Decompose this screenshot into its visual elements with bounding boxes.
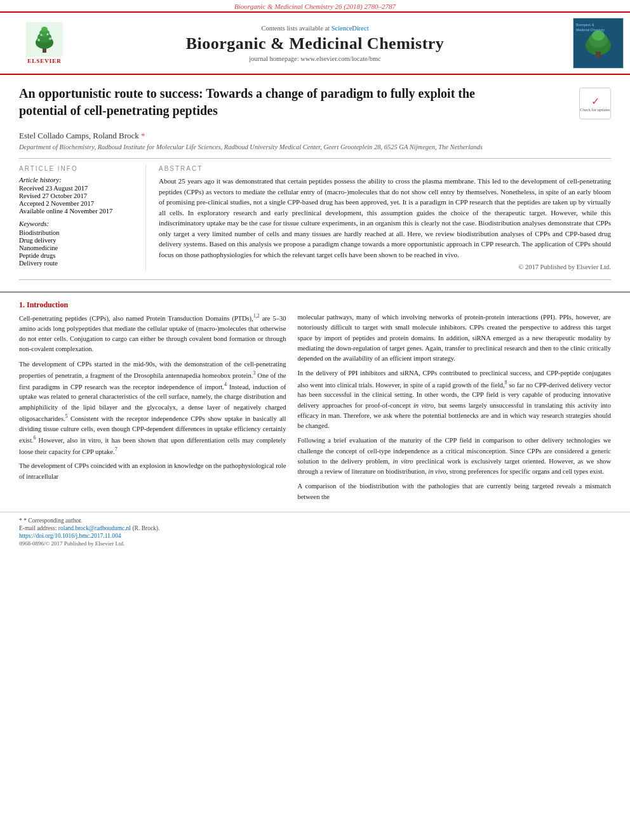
body-section: 1. Introduction Cell-penetrating peptide…: [0, 291, 630, 507]
svg-point-13: [592, 30, 605, 41]
abstract-column: ABSTRACT About 25 years ago it was demon…: [159, 165, 611, 270]
homepage-line: journal homepage: www.elsevier.com/locat…: [83, 55, 547, 62]
accepted-date: Accepted 2 November 2017: [19, 200, 138, 207]
divider-1: [19, 158, 611, 159]
abstract-text: About 25 years ago it was demonstrated t…: [159, 176, 611, 260]
corresponding-star: *: [19, 517, 22, 524]
abstract-heading: ABSTRACT: [159, 165, 611, 172]
svg-point-8: [41, 34, 43, 36]
journal-header: ELSEVIER Contents lists available at Sci…: [0, 11, 630, 75]
body-para-r2: In the delivery of PPI inhibitors and si…: [297, 368, 611, 431]
svg-point-7: [49, 37, 51, 40]
elsevier-brand-text: ELSEVIER: [27, 58, 62, 64]
email-link[interactable]: roland.brock@radboudumc.nl: [58, 525, 131, 531]
history-heading: Article history:: [19, 176, 138, 183]
journal-thumbnail-area: Bioorganic & Medicinal Chemistry: [547, 18, 624, 69]
keyword-1: Biodistribution: [19, 229, 138, 236]
keyword-3: Nanomedicine: [19, 244, 138, 251]
svg-rect-14: [596, 51, 601, 58]
svg-text:Bioorganic &: Bioorganic &: [576, 23, 594, 27]
authors-text: Estel Collado Camps, Roland Brock: [19, 131, 139, 140]
keywords-heading: Keywords:: [19, 220, 138, 227]
check-icon: ✓: [591, 95, 600, 107]
svg-point-6: [37, 39, 40, 41]
cover-image-icon: Bioorganic & Medicinal Chemistry: [573, 18, 623, 68]
received-date: Received 23 August 2017: [19, 185, 138, 192]
svg-point-5: [41, 27, 48, 32]
svg-text:Medicinal Chemistry: Medicinal Chemistry: [576, 28, 605, 32]
copyright-text: © 2017 Published by Elsevier Ltd.: [159, 263, 611, 270]
email-label: E-mail address:: [19, 525, 57, 531]
body-two-column: Cell-penetrating peptides (CPPs), also n…: [19, 312, 611, 507]
elsevier-tree-icon: [26, 22, 63, 57]
divider-2: [19, 279, 611, 280]
elsevier-logo-area: ELSEVIER: [6, 22, 83, 64]
doi-link-line: https://doi.org/10.1016/j.bmc.2017.11.00…: [19, 533, 611, 539]
keyword-2: Drug delivery: [19, 237, 138, 244]
article-section: An opportunistic route to success: Towar…: [0, 75, 630, 291]
contents-line: Contents lists available at ScienceDirec…: [83, 25, 547, 32]
body-para-3: The development of CPPs coincided with a…: [19, 461, 286, 482]
author-asterisk: *: [139, 131, 145, 140]
body-para-r4: A comparison of the biodistribution with…: [297, 481, 611, 502]
body-para-2: The development of CPPs started in the m…: [19, 359, 286, 457]
journal-title-area: Contents lists available at ScienceDirec…: [83, 25, 547, 62]
contents-text: Contents lists available at: [261, 25, 330, 32]
journal-citation-bar: Bioorganic & Medicinal Chemistry 26 (201…: [0, 0, 630, 11]
article-info-column: ARTICLE INFO Article history: Received 2…: [19, 165, 146, 270]
journal-citation-text: Bioorganic & Medicinal Chemistry 26 (201…: [234, 3, 396, 10]
article-title: An opportunistic route to success: Towar…: [19, 85, 481, 119]
journal-cover-thumbnail: Bioorganic & Medicinal Chemistry: [573, 18, 624, 69]
doi-link[interactable]: https://doi.org/10.1016/j.bmc.2017.11.00…: [19, 533, 121, 539]
body-right-column: molecular pathways, many of which involv…: [297, 312, 611, 507]
corresponding-label: * Corresponding author.: [23, 517, 82, 524]
body-para-r1: molecular pathways, many of which involv…: [297, 312, 611, 364]
elsevier-logo: ELSEVIER: [6, 22, 83, 64]
email-line: E-mail address: roland.brock@radboudumc.…: [19, 525, 611, 531]
badge-label: Check for updates: [580, 107, 610, 112]
body-para-1: Cell-penetrating peptides (CPPs), also n…: [19, 312, 286, 355]
science-direct-link[interactable]: ScienceDirect: [332, 25, 369, 32]
body-para-r3: Following a brief evaluation of the matu…: [297, 436, 611, 477]
check-for-updates-badge: ✓ Check for updates: [579, 88, 611, 119]
affiliation-text: Department of Biochemistry, Radboud Inst…: [19, 143, 611, 150]
svg-point-9: [47, 34, 49, 36]
article-title-row: An opportunistic route to success: Towar…: [19, 85, 611, 126]
page-footer: * * Corresponding author. E-mail address…: [0, 512, 630, 550]
journal-main-title: Bioorganic & Medicinal Chemistry: [83, 34, 547, 53]
body-left-column: Cell-penetrating peptides (CPPs), also n…: [19, 312, 286, 507]
article-info-heading: ARTICLE INFO: [19, 165, 138, 172]
section-1-title: 1. Introduction: [19, 300, 611, 310]
issn-line: 0968-0896/© 2017 Published by Elsevier L…: [19, 540, 611, 547]
info-abstract-section: ARTICLE INFO Article history: Received 2…: [19, 165, 611, 270]
available-date: Available online 4 November 2017: [19, 208, 138, 215]
keyword-5: Delivery route: [19, 260, 138, 267]
email-person: (R. Brock).: [132, 525, 159, 531]
corresponding-author-note: * * Corresponding author.: [19, 517, 611, 524]
revised-date: Revised 27 October 2017: [19, 192, 138, 199]
authors-line: Estel Collado Camps, Roland Brock *: [19, 131, 611, 141]
keyword-4: Peptide drugs: [19, 252, 138, 259]
